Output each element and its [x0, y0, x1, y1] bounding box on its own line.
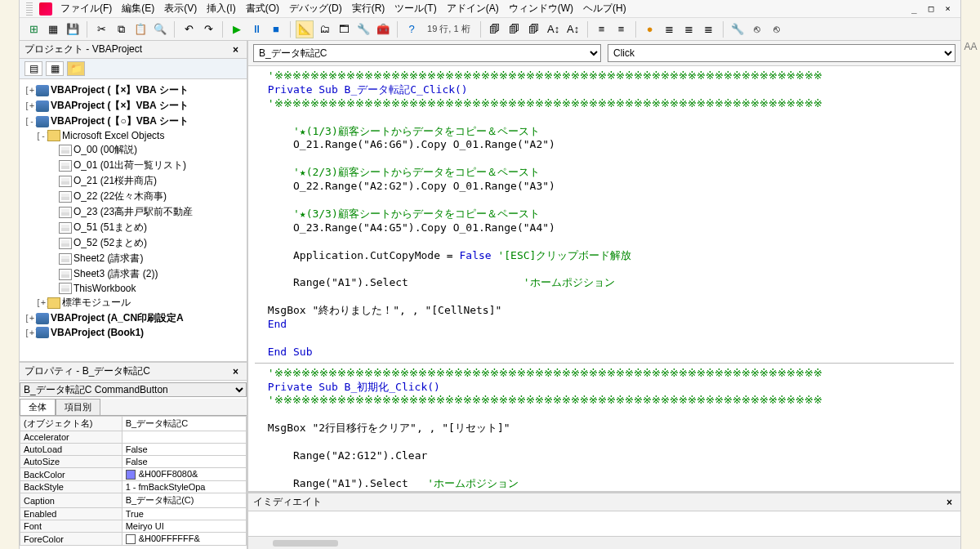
grip-icon [26, 2, 33, 16]
properties-object-select[interactable]: B_データ転記C CommandButton [20, 382, 247, 397]
tree-node[interactable]: O_22 (22佐々木商事) [44, 189, 245, 204]
cut-icon[interactable]: ✂ [92, 20, 110, 38]
indent-icon[interactable]: ≡ [593, 20, 611, 38]
sheet-icon [59, 191, 72, 203]
toolbar: ⊞ ▦ 💾 ✂ ⧉ 📋 🔍 ↶ ↷ ▶ ⏸ ■ 📐 🗂 🗔 🔧 🧰 ? 19 行… [20, 18, 960, 41]
toggle-folders-icon[interactable]: 📁 [67, 61, 85, 76]
tree-node[interactable]: O_52 (52まとめ) [44, 235, 245, 251]
properties-icon[interactable]: 🗔 [335, 20, 353, 38]
properties-tab-all[interactable]: 全体 [20, 399, 56, 415]
minimize-button[interactable]: _ [908, 3, 920, 14]
folder-icon [47, 297, 60, 309]
tree-node[interactable]: O_23 (23高井戸駅前不動産 [44, 204, 245, 220]
restore-button[interactable]: □ [925, 3, 938, 14]
column-header-aa: AA [961, 0, 980, 52]
tree-node[interactable]: [+]VBAProject (A_CN印刷設定A [21, 310, 245, 326]
menu-item[interactable]: アドイン(A) [442, 1, 504, 16]
outdent-icon[interactable]: ≡ [612, 20, 630, 38]
immediate-panel-close-icon[interactable]: × [943, 497, 956, 508]
sheet-icon [59, 176, 72, 187]
tree-node[interactable]: O_51 (51まとめ) [44, 220, 245, 235]
sheet-icon [59, 269, 72, 280]
close-button[interactable]: × [942, 3, 954, 14]
run-icon[interactable]: ▶ [228, 20, 246, 38]
menu-item[interactable]: ウィンドウ(W) [504, 1, 578, 16]
copy-icon[interactable]: ⧉ [112, 20, 130, 38]
save-icon[interactable]: 💾 [64, 20, 82, 38]
tree-node[interactable]: [-]VBAProject (【○】VBA シート [21, 114, 245, 129]
tb-extra-5-icon[interactable]: A↕ [564, 20, 582, 38]
find-icon[interactable]: 🔍 [151, 20, 169, 38]
menu-item[interactable]: ヘルプ(H) [578, 1, 631, 16]
redo-icon[interactable]: ↷ [199, 20, 217, 38]
menu-item[interactable]: 実行(R) [347, 1, 390, 16]
proj-icon [36, 313, 49, 324]
undo-icon[interactable]: ↶ [180, 20, 198, 38]
proj-icon [36, 327, 49, 338]
tree-node[interactable]: O_21 (21桜井商店) [44, 173, 245, 189]
excel-icon[interactable]: ⊞ [24, 20, 42, 38]
tb-misc2-icon[interactable]: ⎋ [748, 20, 766, 38]
properties-grid[interactable]: (オブジェクト名)B_データ転記CAcceleratorAutoLoadFals… [20, 416, 247, 549]
tb-extra-1-icon[interactable]: 🗐 [486, 20, 504, 38]
object-dropdown[interactable]: B_データ転記C [253, 44, 601, 62]
immediate-window[interactable] [248, 511, 960, 536]
properties-tab-categorized[interactable]: 項目別 [56, 399, 100, 415]
procedure-dropdown[interactable]: Click [608, 44, 956, 62]
tb-list1-icon[interactable]: ≣ [661, 20, 679, 38]
properties-panel-close-icon[interactable]: × [229, 366, 242, 377]
tree-node[interactable]: O_01 (01出荷一覧リスト) [44, 158, 245, 173]
project-tree[interactable]: [+]VBAProject (【×】VBA シート[+]VBAProject (… [20, 79, 247, 361]
tree-node[interactable]: [-]Microsoft Excel Objects [33, 129, 245, 142]
view-object-icon[interactable]: ▦ [46, 61, 64, 76]
tree-node[interactable]: O_00 (00解説) [44, 142, 245, 158]
tree-node[interactable]: Sheet3 (請求書 (2)) [44, 266, 245, 282]
cursor-position-text: 19 行, 1 桁 [422, 23, 475, 35]
sheet-icon [59, 160, 72, 172]
code-editor[interactable]: '※※※※※※※※※※※※※※※※※※※※※※※※※※※※※※※※※※※※※※※… [248, 66, 960, 492]
paste-icon[interactable]: 📋 [131, 20, 149, 38]
tb-extra-3-icon[interactable]: 🗐 [525, 20, 543, 38]
proj-icon [36, 100, 49, 112]
tree-node[interactable]: ThisWorkbook [44, 282, 245, 295]
project-panel-title: プロジェクト - VBAProject × [20, 41, 247, 59]
view-code-icon[interactable]: ▤ [24, 61, 42, 76]
stop-icon[interactable]: ■ [267, 20, 285, 38]
menu-item[interactable]: ファイル(F) [56, 1, 117, 16]
menu-item[interactable]: 編集(E) [117, 1, 159, 16]
help-icon[interactable]: ? [403, 20, 421, 38]
tb-list3-icon[interactable]: ≣ [700, 20, 718, 38]
bookmark-icon[interactable]: ● [641, 20, 659, 38]
horizontal-scrollbar[interactable] [248, 536, 960, 549]
menu-item[interactable]: デバッグ(D) [284, 1, 347, 16]
tree-node[interactable]: Sheet2 (請求書) [44, 251, 245, 266]
toolbox-icon[interactable]: 🧰 [374, 20, 392, 38]
properties-panel-title: プロパティ - B_データ転記C × [20, 363, 247, 381]
design-mode-icon[interactable]: 📐 [296, 20, 314, 38]
object-browser-icon[interactable]: 🔧 [354, 20, 372, 38]
menu-item[interactable]: 表示(V) [159, 1, 202, 16]
folder-icon [47, 130, 60, 141]
tree-node[interactable]: [+]VBAProject (【×】VBA シート [21, 98, 245, 114]
tb-misc3-icon[interactable]: ⎋ [768, 20, 786, 38]
menu-item[interactable]: 書式(O) [241, 1, 284, 16]
tb-list2-icon[interactable]: ≣ [680, 20, 698, 38]
tb-misc1-icon[interactable]: 🔧 [728, 20, 746, 38]
tb-extra-4-icon[interactable]: A↕ [545, 20, 563, 38]
tb-extra-2-icon[interactable]: 🗐 [506, 20, 523, 38]
menu-item[interactable]: 挿入(I) [202, 1, 240, 16]
sheet-icon [59, 145, 72, 156]
menu-item[interactable]: ツール(T) [390, 1, 441, 16]
tree-node[interactable]: [+]VBAProject (Book1) [21, 326, 245, 339]
tree-node[interactable]: [+]標準モジュール [33, 295, 245, 310]
pause-icon[interactable]: ⏸ [247, 20, 265, 38]
proj-icon [36, 85, 49, 96]
tree-node[interactable]: [+]VBAProject (【×】VBA シート [21, 83, 245, 98]
project-explorer-icon[interactable]: 🗂 [315, 20, 333, 38]
project-panel-close-icon[interactable]: × [229, 44, 242, 56]
immediate-panel-title: イミディエイト × [248, 493, 960, 511]
sheet-icon [59, 222, 72, 234]
sheet-icon [59, 238, 72, 249]
sheet-icon [59, 253, 72, 265]
view-icon[interactable]: ▦ [44, 20, 62, 38]
